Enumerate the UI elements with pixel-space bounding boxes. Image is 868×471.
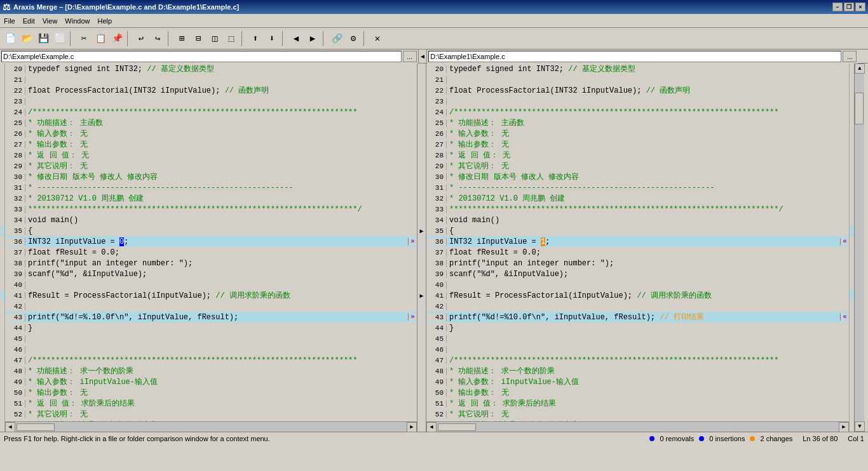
line-number-46: 46 <box>426 346 447 354</box>
line-content-29: * 其它说明： 无 <box>25 161 417 171</box>
gutter-top: ◀ <box>419 50 428 63</box>
code-line-35: 35 { <box>426 225 849 236</box>
right-pane: 20 typedef signed int INT32; // 基定义数据类型2… <box>426 63 849 432</box>
title-bar-controls[interactable]: − ❐ × <box>832 3 865 11</box>
left-hscroll-left-btn[interactable]: ◀ <box>5 422 15 432</box>
toolbar-new-button[interactable]: 📄 <box>3 31 18 46</box>
toolbar-sync-button[interactable]: ⊞ <box>174 31 189 46</box>
line-number-40: 40 <box>5 281 25 289</box>
vscrollbar[interactable]: ▲ ▼ <box>854 63 864 432</box>
toolbar-open-button[interactable]: 📂 <box>19 31 34 46</box>
gutter-arrow-43[interactable]: ▶ <box>417 290 426 301</box>
toolbar-btn12[interactable]: ⬚ <box>224 31 239 46</box>
toolbar-paste-button[interactable]: 📌 <box>109 31 125 46</box>
comment-span: // 基定义数据类型 <box>147 65 214 74</box>
right-hscroll-right-btn[interactable]: ▶ <box>839 422 849 432</box>
toolbar-copy-button[interactable]: 📋 <box>93 31 108 46</box>
vscroll-down-btn[interactable]: ▼ <box>855 421 865 432</box>
vscroll-thumb[interactable] <box>855 93 864 124</box>
code-line-37: 37 float fResult = 0.0; <box>5 247 417 258</box>
line-number-24: 24 <box>5 109 25 116</box>
line-number-21: 21 <box>426 76 447 84</box>
status-changes: 2 changes <box>760 435 792 442</box>
line-content-27: * 输出参数： 无 <box>447 139 849 150</box>
comment-block: * 其它说明： 无 <box>449 162 509 171</box>
menu-view[interactable]: View <box>39 16 62 26</box>
restore-button[interactable]: ❐ <box>844 3 854 11</box>
menu-window[interactable]: Window <box>61 16 93 26</box>
toolbar-close-button[interactable]: ✕ <box>370 31 385 46</box>
line-content-41: fResult = ProcessFactorial(iInputValue);… <box>25 290 417 301</box>
code-line-21: 21 <box>5 74 417 85</box>
line-number-20: 20 <box>5 65 25 73</box>
code-line-33: 33 *************************************… <box>426 204 849 215</box>
window-title: Araxis Merge – [D:\Example\Example.c and… <box>13 3 239 11</box>
toolbar-btn10[interactable]: ⊟ <box>191 31 206 46</box>
left-path-browse-button[interactable]: ... <box>403 51 417 62</box>
status-col-info: Col 1 <box>848 435 864 442</box>
code-line-52: 52 * 其它说明： 无 <box>5 409 417 420</box>
line-number-42: 42 <box>5 303 25 310</box>
code-line-40: 40 <box>426 279 849 290</box>
line-number-50: 50 <box>5 389 25 397</box>
line-number-48: 48 <box>426 368 447 375</box>
line-content-34: void main() <box>25 216 417 225</box>
vscroll-track[interactable] <box>855 74 864 421</box>
line-content-35: { <box>447 227 849 236</box>
menu-file[interactable]: File <box>0 16 19 26</box>
left-hscroll-thumb[interactable] <box>17 423 55 431</box>
menu-help[interactable]: Help <box>93 16 116 26</box>
line-number-45: 45 <box>5 335 25 343</box>
toolbar-settings-button[interactable]: ⚙ <box>346 31 361 46</box>
toolbar-link-button[interactable]: 🔗 <box>329 31 344 46</box>
line-content-35: { <box>25 227 417 236</box>
line-content-39: scanf("%d", &iInputValue); <box>25 270 417 279</box>
gutter-arrow-36[interactable]: ▶ <box>417 225 426 236</box>
right-hscroll-thumb[interactable] <box>438 423 476 431</box>
toolbar-btn4[interactable]: ⬜ <box>52 31 67 46</box>
right-path-browse-button[interactable]: ... <box>843 51 857 62</box>
code-line-36: 36 INT32 iInputValue = 0;» <box>5 236 417 247</box>
comment-block: * 20130712 V1.0 周兆鹏 创建 <box>28 194 144 203</box>
toolbar-merge-right[interactable]: ▶ <box>305 31 320 46</box>
code-line-34: 34 void main() <box>5 215 417 225</box>
line-number-41: 41 <box>5 292 25 300</box>
right-path-input[interactable] <box>428 51 841 62</box>
comment-span: // 调用求阶乘的函数 <box>215 291 290 300</box>
toolbar-next-button[interactable]: ⬇ <box>264 31 280 46</box>
comment-block: * 功能描述： 求一个数的阶乘 <box>28 367 133 376</box>
line-content-33: ****************************************… <box>25 205 417 214</box>
menu-edit[interactable]: Edit <box>19 16 39 26</box>
toolbar-btn11[interactable]: ◫ <box>207 31 222 46</box>
vscroll-up-btn[interactable]: ▲ <box>855 63 865 74</box>
right-hscroll-track[interactable] <box>437 423 839 432</box>
code-line-27: 27 * 输出参数： 无 <box>426 139 849 150</box>
toolbar-save-button[interactable]: 💾 <box>36 31 51 46</box>
toolbar-redo-button[interactable]: ↪ <box>150 31 165 46</box>
comment-block: /***************************************… <box>449 356 778 365</box>
comment-block: * 输出参数： 无 <box>28 140 88 149</box>
status-line-info: Ln 36 of 80 <box>803 435 837 442</box>
toolbar-merge-left[interactable]: ◀ <box>288 31 304 46</box>
comment-block: * --------------------------------------… <box>449 183 715 192</box>
code-line-51: 51 * 返 回 值： 求阶乘后的结果 <box>5 398 417 409</box>
code-line-26: 26 * 输入参数： 无 <box>5 128 417 139</box>
minimize-button[interactable]: − <box>832 3 843 11</box>
title-bar-left: ⚖ Araxis Merge – [D:\Example\Example.c a… <box>3 2 239 12</box>
toolbar-cut-button[interactable]: ✂ <box>76 31 92 46</box>
toolbar-undo-button[interactable]: ↩ <box>133 31 149 46</box>
comment-block: * 功能描述： 主函数 <box>28 119 103 128</box>
right-hscroll-left-btn[interactable]: ◀ <box>426 422 437 432</box>
code-line-41: 41 fResult = ProcessFactorial(iInputValu… <box>426 290 849 301</box>
left-hscroll[interactable]: ◀ ▶ <box>5 421 417 432</box>
left-path-input[interactable] <box>1 51 402 62</box>
left-hscroll-right-btn[interactable]: ▶ <box>407 422 417 432</box>
close-button[interactable]: × <box>855 3 865 11</box>
left-hscroll-track[interactable] <box>15 423 407 432</box>
code-line-48: 48 * 功能描述： 求一个数的阶乘 <box>426 366 849 376</box>
line-content-30: * 修改日期 版本号 修改人 修改内容 <box>25 171 417 182</box>
toolbar-prev-button[interactable]: ⬆ <box>248 31 263 46</box>
code-line-49: 49 * 输入参数： iInputValue-输入值 <box>5 376 417 387</box>
insertions-dot <box>699 436 704 441</box>
right-hscroll[interactable]: ◀ ▶ <box>426 421 849 432</box>
